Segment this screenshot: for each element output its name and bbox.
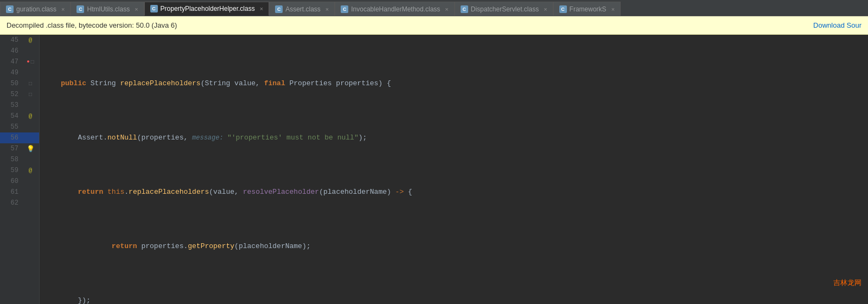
ln-row-54: 54 @ [0, 111, 39, 122]
close-tab-5[interactable]: × [445, 6, 448, 12]
close-tab-4[interactable]: × [326, 6, 329, 12]
tab-label-4: Assert.class [285, 5, 321, 13]
ln-row-55: 55 [0, 122, 39, 132]
tab-label-7: FrameworkS [570, 5, 607, 13]
tab-propertyplaceholder[interactable]: C PropertyPlaceholderHelper.class × [144, 2, 270, 16]
brand-text: 吉林龙网 [808, 267, 861, 300]
tab-icon-4: C [275, 5, 283, 13]
tab-label-6: DispatcherServlet.class [471, 5, 539, 13]
code-line-45: public String replacePlaceholders (Strin… [44, 78, 868, 89]
ln-row-61: 61 [0, 187, 39, 198]
decompile-message: Decompiled .class file, bytecode version… [7, 21, 177, 29]
close-tab-7[interactable]: × [611, 6, 615, 12]
tab-assert[interactable]: C Assert.class × [269, 2, 335, 16]
tab-label-3: PropertyPlaceholderHelper.class [161, 5, 255, 12]
tab-icon-3: C [150, 5, 158, 12]
close-tab-1[interactable]: × [61, 6, 65, 12]
tab-bar: C guration.class × C HtmlUtils.class × C… [0, 0, 868, 16]
tab-label-1: guration.class [16, 5, 56, 13]
close-tab-6[interactable]: × [544, 6, 547, 12]
tab-icon-2: C [76, 5, 84, 13]
ln-row-58: 58 [0, 154, 39, 165]
tab-label-5: InvocableHandlerMethod.class [351, 5, 440, 13]
ln-row-60: 60 [0, 176, 39, 187]
code-line-46: Assert. notNull (properties, message: "'… [44, 132, 868, 143]
tab-frameworks[interactable]: C FrameworkS × [553, 2, 621, 16]
tab-icon-5: C [341, 5, 348, 13]
code-line-50: }); [44, 295, 868, 304]
ln-row-57: 57 💡 [0, 143, 39, 154]
tab-icon-7: C [559, 5, 567, 13]
code-line-47: return this . replacePlaceholders (value… [44, 187, 868, 198]
code-editor[interactable]: public String replacePlaceholders (Strin… [40, 35, 868, 304]
ln-row-59: 59 @ [0, 165, 39, 176]
close-tab-2[interactable]: × [135, 6, 138, 12]
ln-row-56: 56 [0, 132, 39, 143]
tab-label-2: HtmlUtils.class [87, 5, 130, 13]
tab-icon-6: C [461, 5, 468, 13]
tab-guration[interactable]: C guration.class × [0, 2, 71, 16]
close-tab-3[interactable]: × [260, 5, 263, 12]
code-area: 45 @ 46 47 ● □ 49 50 □ 52 □ [0, 35, 868, 304]
ln-row-53: 53 [0, 100, 39, 111]
ln-row-50: 50 □ [0, 78, 39, 89]
tab-dispatcherservlet[interactable]: C DispatcherServlet.class × [455, 2, 553, 16]
ln-row-52: 52 □ [0, 89, 39, 100]
ln-row-49: 49 [0, 67, 39, 78]
ln-row-62: 62 [0, 198, 39, 208]
info-bar: Decompiled .class file, bytecode version… [0, 16, 868, 35]
download-source-link[interactable]: Download Sour [813, 21, 861, 29]
tab-invocablehandler[interactable]: C InvocableHandlerMethod.class × [335, 2, 455, 16]
ln-row-45: 45 @ [0, 35, 39, 46]
ln-row-47: 47 ● □ [0, 56, 39, 67]
tab-htmlutils[interactable]: C HtmlUtils.class × [71, 2, 144, 16]
ln-row-46: 46 [0, 46, 39, 56]
tab-icon-1: C [6, 5, 14, 13]
line-number-gutter: 45 @ 46 47 ● □ 49 50 □ 52 □ [0, 35, 40, 304]
code-line-49: return properties. getProperty (placehol… [44, 241, 868, 252]
